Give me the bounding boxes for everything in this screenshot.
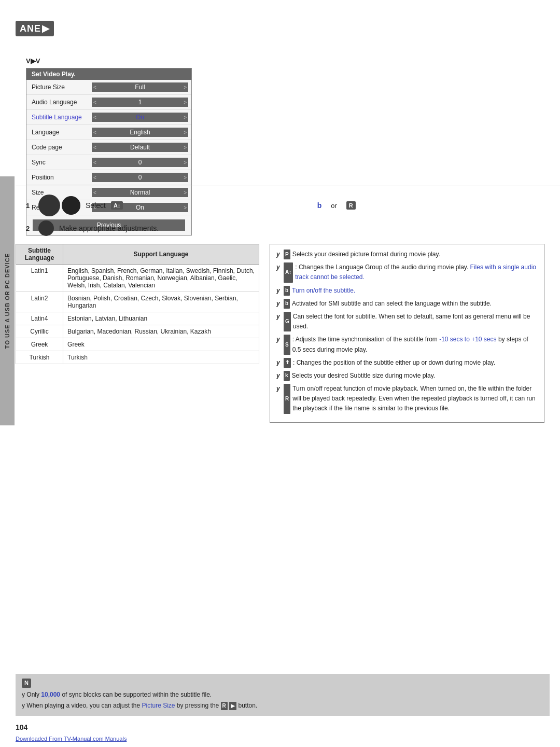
button-icon2: ▶ — [229, 702, 236, 710]
bullet-text: Selects your desired picture format duri… — [292, 250, 440, 259]
blue-text: Turn on/off the subtitle. — [292, 287, 355, 294]
bullet-prefix: y — [276, 250, 282, 259]
bullet-prefix: y — [276, 371, 282, 381]
note-line-text: y When playing a video, you can adjust t… — [22, 701, 257, 711]
step1-text: Select — [86, 201, 106, 210]
note-icon: N — [22, 679, 31, 688]
table-support-cell: Greek — [63, 338, 259, 351]
menu-row-value[interactable]: 1 — [92, 98, 188, 107]
menu-row-value[interactable]: English — [92, 128, 188, 137]
table-lang-cell: Cyrillic — [16, 325, 63, 338]
info-box: yPSelects your desired picture format du… — [270, 244, 544, 423]
note-line: y Only 10,000 of sync blocks can be supp… — [22, 690, 543, 700]
menu-row-label: Picture Size — [26, 84, 89, 91]
downloaded-text: Downloaded From TV-Manual.com Manuals — [16, 736, 127, 742]
step1-or-text: or — [331, 202, 337, 210]
bullet-icon: ⬆ — [284, 358, 291, 368]
step1-row: 1 Select A↕ b or R — [26, 195, 544, 216]
bullet-text: Turn on/off repeat function of movie pla… — [292, 384, 538, 414]
bullet-prefix: y — [276, 286, 282, 296]
table-lang-cell: Latin1 — [16, 265, 63, 292]
menu-row: Subtitle Language On — [26, 110, 191, 125]
menu-row: Language English — [26, 125, 191, 140]
table-row: Latin4 Estonian, Latvian, Lithuanian — [16, 312, 259, 325]
side-tab-text: TO USE A USB OR PC DEVICE — [4, 253, 10, 349]
menu-row: Sync 0 — [26, 155, 191, 170]
info-bullet: yS: Adjusts the time synchronisation of … — [276, 335, 538, 354]
table-header-row: Subtitle Language Support Language — [16, 244, 259, 265]
info-bullet: yb Turn on/off the subtitle. — [276, 286, 538, 296]
bullet-text: : Adjusts the time synchronisation of th… — [292, 335, 538, 354]
menu-row-label: Position — [26, 174, 89, 181]
menu-row-value[interactable]: Full — [92, 82, 188, 92]
menu-row-value[interactable]: Default — [92, 143, 188, 152]
menu-row-label: Language — [26, 129, 89, 136]
bullet-icon: R — [284, 384, 290, 414]
step2-text: Make appropriate adjustments. — [59, 224, 159, 232]
side-tab: TO USE A USB OR PC DEVICE — [0, 176, 15, 425]
bullet-prefix: y — [276, 384, 282, 414]
info-bullet: ybActivated for SMI subtitle and can sel… — [276, 299, 538, 309]
step2-circle — [38, 220, 54, 236]
table-lang-cell: Latin4 — [16, 312, 63, 325]
note-line-text: y Only 10,000 of sync blocks can be supp… — [22, 690, 212, 700]
bullet-text: : Changes the position of the subtitle e… — [293, 358, 495, 368]
step1-icon: A↕ — [111, 201, 123, 210]
table-row: Latin1 English, Spanish, French, German,… — [16, 265, 259, 292]
bullet-text: Activated for SMI subtitle and can selec… — [292, 299, 492, 309]
circle-icon-large — [38, 195, 60, 216]
bullet-icon: P — [284, 250, 290, 259]
menu-row: Audio Language 1 — [26, 95, 191, 110]
step2-area: 2 Make appropriate adjustments. — [26, 220, 159, 240]
logo-box: ANE ▶ — [16, 21, 54, 36]
menu-row-value[interactable]: 0 — [92, 158, 188, 167]
bullet-prefix: y — [276, 312, 282, 331]
step2-number: 2 — [26, 225, 33, 232]
menu-row-value[interactable]: 0 — [92, 173, 188, 182]
blue-text: Files with a single audio track cannot b… — [295, 264, 536, 281]
table-support-cell: Bosnian, Polish, Croatian, Czech, Slovak… — [63, 292, 259, 312]
page-number: 104 — [16, 723, 27, 731]
table-row: Greek Greek — [16, 338, 259, 351]
bottom-note: N y Only 10,000 of sync blocks can be su… — [16, 674, 550, 716]
menu-row-value[interactable]: On — [92, 113, 188, 122]
logo-text: ANE — [20, 23, 41, 34]
bullet-prefix: y — [276, 358, 282, 368]
bullet-icon: A↕ — [284, 262, 293, 282]
bullet-icon: b — [284, 299, 290, 309]
step1-right: b or R — [128, 201, 544, 210]
step1-r-icon: R — [346, 201, 356, 210]
table-support-cell: Turkish — [63, 351, 259, 364]
step1-number: 1 — [26, 202, 33, 210]
bullet-icon: S — [284, 335, 290, 354]
bullet-text: Can select the font for subtitle. When s… — [293, 312, 538, 331]
bullet-text: Selects your desired Subtitle size durin… — [292, 371, 436, 381]
menu-row: Picture Size Full — [26, 80, 191, 95]
menu-row-label: Subtitle Language — [26, 114, 89, 121]
note-lines-container: y Only 10,000 of sync blocks can be supp… — [22, 690, 543, 711]
bullet-icon: b — [284, 286, 290, 296]
circle-icon-medium — [62, 196, 80, 215]
info-bullet: yA↕: Changes the Language Group of the a… — [276, 262, 538, 282]
bullet-icon: k — [284, 371, 290, 381]
menu-header: Set Video Play. — [26, 68, 191, 80]
step1-circles — [38, 195, 80, 216]
note-line: y When playing a video, you can adjust t… — [22, 701, 543, 711]
table-support-cell: Estonian, Latvian, Lithuanian — [63, 312, 259, 325]
info-bullet: ykSelects your desired Subtitle size dur… — [276, 371, 538, 381]
language-table: Subtitle Language Support Language Latin… — [16, 244, 259, 364]
menu-row-label: Code page — [26, 144, 89, 151]
table-lang-cell: Greek — [16, 338, 63, 351]
bullet-text: Turn on/off the subtitle. — [292, 286, 355, 296]
bullet-prefix: y — [276, 299, 282, 309]
info-bullet: yRTurn on/off repeat function of movie p… — [276, 384, 538, 414]
table-support-cell: Bulgarian, Macedonian, Russian, Ukrainia… — [63, 325, 259, 338]
logo-area: ANE ▶ — [16, 21, 54, 36]
col1-header: Subtitle Language — [16, 244, 63, 265]
blue-icon-b: b — [317, 201, 322, 210]
step1-area: 1 Select A↕ b or R — [26, 195, 544, 220]
table-lang-cell: Turkish — [16, 351, 63, 364]
logo-arrow: ▶ — [42, 23, 50, 34]
bullet-icon: G — [284, 312, 291, 331]
table-lang-cell: Latin2 — [16, 292, 63, 312]
